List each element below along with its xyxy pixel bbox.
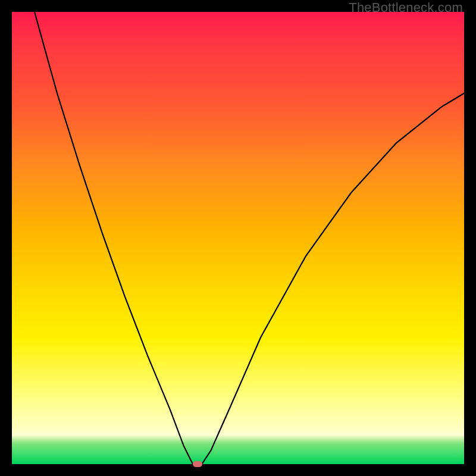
chart-plot-area <box>12 12 464 464</box>
curve-path <box>35 12 464 464</box>
optimal-marker <box>193 461 202 467</box>
bottleneck-curve <box>12 12 464 464</box>
